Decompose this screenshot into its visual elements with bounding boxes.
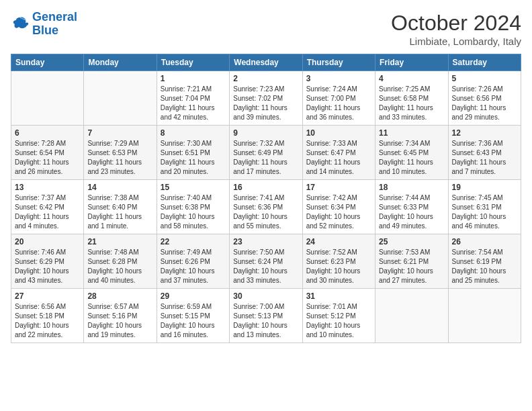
calendar-cell: 11Sunrise: 7:34 AM Sunset: 6:45 PM Dayli… [375,126,448,180]
day-info: Sunrise: 6:57 AM Sunset: 5:16 PM Dayligh… [87,302,152,340]
day-number: 25 [379,237,444,246]
day-info: Sunrise: 7:24 AM Sunset: 7:00 PM Dayligh… [306,85,371,122]
day-number: 10 [306,128,371,138]
day-info: Sunrise: 7:21 AM Sunset: 7:04 PM Dayligh… [161,85,226,122]
day-info: Sunrise: 7:25 AM Sunset: 6:58 PM Dayligh… [379,85,444,122]
calendar-week-row: 13Sunrise: 7:37 AM Sunset: 6:42 PM Dayli… [11,180,521,234]
calendar-cell: 23Sunrise: 7:50 AM Sunset: 6:24 PM Dayli… [230,234,302,289]
day-info: Sunrise: 7:29 AM Sunset: 6:53 PM Dayligh… [87,139,152,177]
day-number: 19 [452,183,517,192]
calendar-cell: 6Sunrise: 7:28 AM Sunset: 6:54 PM Daylig… [11,126,84,180]
day-info: Sunrise: 7:52 AM Sunset: 6:23 PM Dayligh… [306,248,371,285]
calendar-cell: 1Sunrise: 7:21 AM Sunset: 7:04 PM Daylig… [157,71,229,126]
day-number: 26 [452,237,517,246]
day-number: 8 [161,128,226,138]
calendar-cell: 14Sunrise: 7:38 AM Sunset: 6:40 PM Dayli… [84,180,157,234]
day-number: 5 [452,74,517,83]
day-info: Sunrise: 7:45 AM Sunset: 6:31 PM Dayligh… [452,193,517,231]
day-number: 30 [233,291,298,301]
day-info: Sunrise: 7:53 AM Sunset: 6:21 PM Dayligh… [379,248,444,285]
day-number: 20 [15,237,80,246]
day-info: Sunrise: 7:46 AM Sunset: 6:29 PM Dayligh… [15,248,80,285]
day-number: 17 [306,183,371,192]
day-info: Sunrise: 7:30 AM Sunset: 6:51 PM Dayligh… [161,139,226,177]
day-number: 9 [233,128,298,138]
day-number: 23 [233,237,298,246]
day-info: Sunrise: 7:50 AM Sunset: 6:24 PM Dayligh… [233,248,298,285]
day-number: 1 [161,74,226,83]
calendar-cell [375,289,448,343]
title-area: October 2024 Limbiate, Lombardy, Italy [391,11,521,47]
day-number: 24 [306,237,371,246]
calendar-week-row: 20Sunrise: 7:46 AM Sunset: 6:29 PM Dayli… [11,234,521,289]
calendar-cell: 10Sunrise: 7:33 AM Sunset: 6:47 PM Dayli… [302,126,375,180]
calendar-cell: 19Sunrise: 7:45 AM Sunset: 6:31 PM Dayli… [448,180,521,234]
calendar-cell: 29Sunrise: 6:59 AM Sunset: 5:15 PM Dayli… [157,289,229,343]
day-info: Sunrise: 7:26 AM Sunset: 6:56 PM Dayligh… [452,85,517,122]
calendar-cell: 3Sunrise: 7:24 AM Sunset: 7:00 PM Daylig… [302,71,375,126]
day-info: Sunrise: 7:54 AM Sunset: 6:19 PM Dayligh… [452,248,517,285]
day-info: Sunrise: 7:38 AM Sunset: 6:40 PM Dayligh… [87,193,152,231]
day-number: 31 [306,291,371,301]
calendar-cell: 2Sunrise: 7:23 AM Sunset: 7:02 PM Daylig… [230,71,302,126]
day-info: Sunrise: 6:56 AM Sunset: 5:18 PM Dayligh… [15,302,80,340]
day-info: Sunrise: 7:23 AM Sunset: 7:02 PM Dayligh… [233,85,298,122]
logo-icon [11,15,30,34]
weekday-header-row: SundayMondayTuesdayWednesdayThursdayFrid… [11,54,521,71]
day-number: 22 [161,237,226,246]
weekday-header-friday: Friday [375,54,448,71]
day-number: 3 [306,74,371,83]
day-number: 7 [87,128,152,138]
calendar-cell: 17Sunrise: 7:42 AM Sunset: 6:34 PM Dayli… [302,180,375,234]
weekday-header-wednesday: Wednesday [230,54,302,71]
month-title: October 2024 [391,11,521,36]
calendar-cell: 24Sunrise: 7:52 AM Sunset: 6:23 PM Dayli… [302,234,375,289]
calendar-cell [448,289,521,343]
calendar-cell: 13Sunrise: 7:37 AM Sunset: 6:42 PM Dayli… [11,180,84,234]
calendar-cell: 25Sunrise: 7:53 AM Sunset: 6:21 PM Dayli… [375,234,448,289]
day-number: 14 [87,183,152,192]
day-info: Sunrise: 7:34 AM Sunset: 6:45 PM Dayligh… [379,139,444,177]
calendar-week-row: 27Sunrise: 6:56 AM Sunset: 5:18 PM Dayli… [11,289,521,343]
day-info: Sunrise: 7:32 AM Sunset: 6:49 PM Dayligh… [233,139,298,177]
calendar-cell: 28Sunrise: 6:57 AM Sunset: 5:16 PM Dayli… [84,289,157,343]
day-info: Sunrise: 7:01 AM Sunset: 5:12 PM Dayligh… [306,302,371,340]
day-number: 4 [379,74,444,83]
calendar-cell: 9Sunrise: 7:32 AM Sunset: 6:49 PM Daylig… [230,126,302,180]
calendar-week-row: 1Sunrise: 7:21 AM Sunset: 7:04 PM Daylig… [11,71,521,126]
day-info: Sunrise: 7:48 AM Sunset: 6:28 PM Dayligh… [87,248,152,285]
day-number: 15 [161,183,226,192]
calendar-cell: 21Sunrise: 7:48 AM Sunset: 6:28 PM Dayli… [84,234,157,289]
day-number: 27 [15,291,80,301]
weekday-header-saturday: Saturday [448,54,521,71]
day-number: 11 [379,128,444,138]
logo-text: General Blue [32,11,77,38]
day-number: 29 [161,291,226,301]
page-header: General Blue October 2024 Limbiate, Lomb… [11,11,521,47]
calendar-cell [11,71,84,126]
weekday-header-sunday: Sunday [11,54,84,71]
day-number: 13 [15,183,80,192]
day-info: Sunrise: 7:40 AM Sunset: 6:38 PM Dayligh… [161,193,226,231]
calendar-cell: 8Sunrise: 7:30 AM Sunset: 6:51 PM Daylig… [157,126,229,180]
calendar-cell: 27Sunrise: 6:56 AM Sunset: 5:18 PM Dayli… [11,289,84,343]
day-number: 6 [15,128,80,138]
calendar-cell: 30Sunrise: 7:00 AM Sunset: 5:13 PM Dayli… [230,289,302,343]
calendar-cell: 12Sunrise: 7:36 AM Sunset: 6:43 PM Dayli… [448,126,521,180]
day-number: 21 [87,237,152,246]
day-number: 16 [233,183,298,192]
day-number: 28 [87,291,152,301]
day-info: Sunrise: 7:28 AM Sunset: 6:54 PM Dayligh… [15,139,80,177]
calendar-cell: 18Sunrise: 7:44 AM Sunset: 6:33 PM Dayli… [375,180,448,234]
calendar-cell: 4Sunrise: 7:25 AM Sunset: 6:58 PM Daylig… [375,71,448,126]
day-info: Sunrise: 7:37 AM Sunset: 6:42 PM Dayligh… [15,193,80,231]
calendar-week-row: 6Sunrise: 7:28 AM Sunset: 6:54 PM Daylig… [11,126,521,180]
calendar-cell: 26Sunrise: 7:54 AM Sunset: 6:19 PM Dayli… [448,234,521,289]
day-info: Sunrise: 7:49 AM Sunset: 6:26 PM Dayligh… [161,248,226,285]
day-number: 12 [452,128,517,138]
logo: General Blue [11,11,77,38]
calendar-cell: 7Sunrise: 7:29 AM Sunset: 6:53 PM Daylig… [84,126,157,180]
weekday-header-monday: Monday [84,54,157,71]
day-info: Sunrise: 7:42 AM Sunset: 6:34 PM Dayligh… [306,193,371,231]
calendar-cell: 15Sunrise: 7:40 AM Sunset: 6:38 PM Dayli… [157,180,229,234]
